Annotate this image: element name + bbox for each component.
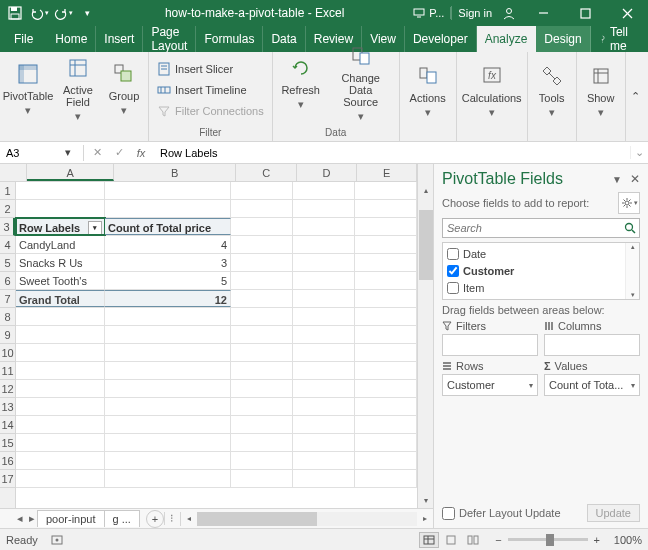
column-header[interactable]: A bbox=[27, 164, 114, 181]
scroll-left-icon[interactable]: ◂ bbox=[181, 514, 197, 523]
refresh-button[interactable]: Refresh▾ bbox=[277, 50, 325, 114]
close-button[interactable] bbox=[606, 0, 648, 26]
insert-slicer-button[interactable]: Insert Slicer bbox=[153, 59, 268, 79]
field-item-item[interactable]: Item bbox=[445, 279, 637, 296]
search-icon[interactable] bbox=[624, 222, 636, 234]
area-rows[interactable]: Rows Customer▾ bbox=[442, 360, 538, 396]
qat-customize-icon[interactable]: ▾ bbox=[76, 2, 98, 24]
minimize-button[interactable] bbox=[522, 0, 564, 26]
show-button[interactable]: Show▾ bbox=[581, 58, 621, 122]
scroll-right-icon[interactable]: ▸ bbox=[417, 514, 433, 523]
zoom-out-button[interactable]: − bbox=[495, 534, 501, 546]
update-button[interactable]: Update bbox=[587, 504, 640, 522]
expand-formula-bar-icon[interactable]: ⌄ bbox=[630, 146, 648, 159]
row-header[interactable]: 13 bbox=[0, 398, 15, 416]
zoom-in-button[interactable]: + bbox=[594, 534, 600, 546]
pivottable-button[interactable]: PivotTable▾ bbox=[4, 56, 52, 120]
new-sheet-button[interactable]: + bbox=[146, 510, 164, 528]
scroll-thumb[interactable] bbox=[197, 512, 317, 526]
field-item-date[interactable]: Date bbox=[445, 245, 637, 262]
select-all-corner[interactable] bbox=[0, 164, 27, 181]
row-header[interactable]: 11 bbox=[0, 362, 15, 380]
tab-home[interactable]: Home bbox=[47, 26, 96, 52]
zoom-slider-thumb[interactable] bbox=[546, 534, 554, 546]
sheet-tab[interactable]: poor-input bbox=[37, 510, 105, 527]
name-box[interactable]: ▾ bbox=[0, 145, 84, 161]
tools-button[interactable]: Tools▾ bbox=[532, 58, 572, 122]
presentation-mode[interactable]: P... bbox=[407, 7, 451, 19]
filter-connections-button[interactable]: Filter Connections bbox=[153, 101, 268, 121]
pane-layout-gear-icon[interactable]: ▾ bbox=[618, 192, 640, 214]
view-page-layout-icon[interactable] bbox=[441, 532, 461, 548]
area-columns[interactable]: Columns bbox=[544, 320, 640, 356]
row-header[interactable]: 12 bbox=[0, 380, 15, 398]
calculations-button[interactable]: fx Calculations▾ bbox=[461, 58, 523, 122]
pivot-header-rowlabels[interactable]: Row Labels▾ bbox=[16, 218, 105, 235]
field-item-customer[interactable]: Customer bbox=[445, 262, 637, 279]
horizontal-scrollbar[interactable]: ◂ ▸ bbox=[180, 512, 433, 526]
pivot-cell[interactable]: 3 bbox=[105, 254, 231, 271]
field-checkbox[interactable] bbox=[447, 248, 459, 260]
field-search-input[interactable] bbox=[442, 218, 640, 238]
row-header[interactable]: 3 bbox=[0, 218, 15, 236]
field-list-scrollbar[interactable]: ▴▾ bbox=[625, 243, 639, 299]
save-icon[interactable] bbox=[4, 2, 26, 24]
row-header[interactable]: 7 bbox=[0, 290, 15, 308]
pivot-cell[interactable]: 5 bbox=[105, 272, 231, 289]
row-header[interactable]: 15 bbox=[0, 434, 15, 452]
group-button[interactable]: Group▾ bbox=[104, 56, 144, 120]
actions-button[interactable]: Actions▾ bbox=[404, 58, 452, 122]
rows-drop-value[interactable]: Customer▾ bbox=[442, 374, 538, 396]
scroll-down-icon[interactable]: ▾ bbox=[418, 492, 434, 508]
row-header[interactable]: 5 bbox=[0, 254, 15, 272]
tell-me[interactable]: Tell me bbox=[591, 26, 641, 52]
collapse-ribbon-icon[interactable]: ⌃ bbox=[625, 52, 645, 141]
tab-developer[interactable]: Developer bbox=[405, 26, 477, 52]
view-page-break-icon[interactable] bbox=[463, 532, 483, 548]
row-header[interactable]: 17 bbox=[0, 470, 15, 488]
tab-design[interactable]: Design bbox=[536, 26, 590, 52]
active-field-button[interactable]: Active Field▾ bbox=[54, 50, 102, 126]
cells[interactable]: Row Labels▾ Count of Total price CandyLa… bbox=[16, 182, 417, 508]
row-header[interactable]: 16 bbox=[0, 452, 15, 470]
scroll-up-icon[interactable]: ▴ bbox=[631, 243, 635, 251]
column-header[interactable]: C bbox=[236, 164, 296, 181]
row-header[interactable]: 2 bbox=[0, 200, 15, 218]
formula-input[interactable] bbox=[156, 145, 630, 161]
name-box-input[interactable] bbox=[0, 145, 60, 161]
row-header[interactable]: 1 bbox=[0, 182, 15, 200]
column-header[interactable]: E bbox=[357, 164, 417, 181]
macro-record-icon[interactable] bbox=[50, 533, 64, 547]
row-header[interactable]: 8 bbox=[0, 308, 15, 326]
tab-formulas[interactable]: Formulas bbox=[196, 26, 263, 52]
sheet-nav-prev-icon[interactable]: ◂ bbox=[14, 512, 26, 525]
undo-icon[interactable]: ▾ bbox=[28, 2, 50, 24]
view-normal-icon[interactable] bbox=[419, 532, 439, 548]
row-header[interactable]: 14 bbox=[0, 416, 15, 434]
insert-timeline-button[interactable]: Insert Timeline bbox=[153, 80, 268, 100]
tab-file[interactable]: File bbox=[0, 26, 47, 52]
scroll-down-icon[interactable]: ▾ bbox=[631, 291, 635, 299]
pivot-grand-total-value[interactable]: 12 bbox=[105, 290, 231, 307]
area-values[interactable]: ΣValues Count of Tota...▾ bbox=[544, 360, 640, 396]
pane-dropdown-icon[interactable]: ▼ bbox=[612, 174, 622, 185]
zoom-slider[interactable] bbox=[508, 538, 588, 541]
pivot-grand-total[interactable]: Grand Total bbox=[16, 290, 105, 307]
pivot-cell[interactable]: Sweet Tooth's bbox=[16, 272, 105, 289]
pivot-cell[interactable]: 4 bbox=[105, 236, 231, 253]
area-filters[interactable]: Filters bbox=[442, 320, 538, 356]
name-box-dropdown-icon[interactable]: ▾ bbox=[60, 146, 76, 159]
insert-function-icon[interactable]: fx bbox=[134, 147, 148, 159]
tab-page-layout[interactable]: Page Layout bbox=[143, 26, 196, 52]
filter-dropdown-icon[interactable]: ▾ bbox=[88, 221, 102, 235]
pivot-cell[interactable]: CandyLand bbox=[16, 236, 105, 253]
tab-analyze[interactable]: Analyze bbox=[477, 26, 537, 52]
field-checkbox[interactable] bbox=[447, 282, 459, 294]
share-button[interactable]: Share bbox=[641, 26, 648, 52]
row-header[interactable]: 9 bbox=[0, 326, 15, 344]
tab-insert[interactable]: Insert bbox=[96, 26, 143, 52]
row-header[interactable]: 4 bbox=[0, 236, 15, 254]
sheet-tab[interactable]: g ... bbox=[104, 510, 140, 527]
redo-icon[interactable]: ▾ bbox=[52, 2, 74, 24]
tab-split-handle[interactable]: ⁝ bbox=[164, 512, 180, 525]
